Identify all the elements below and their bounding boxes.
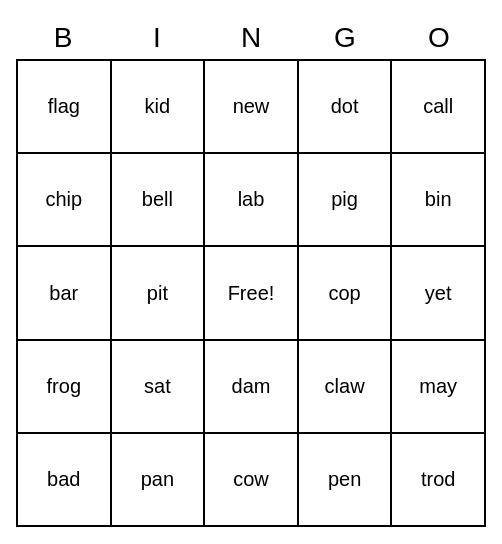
cell-2-1: pit [112, 247, 206, 340]
cell-0-2: new [205, 61, 299, 154]
cell-1-4: bin [392, 154, 486, 247]
cell-0-3: dot [299, 61, 393, 154]
bingo-header: B I N G O [16, 17, 486, 59]
cell-1-3: pig [299, 154, 393, 247]
cell-2-0: bar [18, 247, 112, 340]
cell-0-4: call [392, 61, 486, 154]
cell-free: Free! [205, 247, 299, 340]
cell-3-4: may [392, 341, 486, 434]
cell-4-3: pen [299, 434, 393, 527]
cell-4-4: trod [392, 434, 486, 527]
cell-1-2: lab [205, 154, 299, 247]
bingo-row: bad pan cow pen trod [18, 434, 486, 527]
cell-1-1: bell [112, 154, 206, 247]
cell-1-0: chip [18, 154, 112, 247]
cell-2-3: cop [299, 247, 393, 340]
cell-3-2: dam [205, 341, 299, 434]
cell-3-1: sat [112, 341, 206, 434]
cell-4-0: bad [18, 434, 112, 527]
cell-4-1: pan [112, 434, 206, 527]
header-g: G [298, 17, 392, 59]
bingo-row: chip bell lab pig bin [18, 154, 486, 247]
header-n: N [204, 17, 298, 59]
cell-0-0: flag [18, 61, 112, 154]
cell-3-3: claw [299, 341, 393, 434]
cell-3-0: frog [18, 341, 112, 434]
bingo-row: frog sat dam claw may [18, 341, 486, 434]
bingo-card: B I N G O flag kid new dot call chip bel… [16, 17, 486, 527]
bingo-row: flag kid new dot call [18, 61, 486, 154]
bingo-grid: flag kid new dot call chip bell lab pig … [16, 59, 486, 527]
header-i: I [110, 17, 204, 59]
cell-0-1: kid [112, 61, 206, 154]
header-b: B [16, 17, 110, 59]
bingo-row: bar pit Free! cop yet [18, 247, 486, 340]
cell-2-4: yet [392, 247, 486, 340]
cell-4-2: cow [205, 434, 299, 527]
header-o: O [392, 17, 486, 59]
